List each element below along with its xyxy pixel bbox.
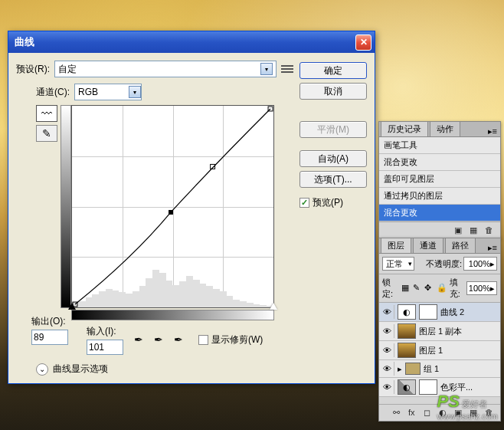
output-label: 输出(O): xyxy=(31,315,68,328)
preset-menu-icon[interactable] xyxy=(281,64,293,74)
trash-icon[interactable]: 🗑 xyxy=(485,408,496,419)
layer-row[interactable]: 👁 ▸ 组 1 xyxy=(379,360,500,378)
layer-name: 曲线 2 xyxy=(440,307,464,318)
layer-row[interactable]: 👁 ◐ 色彩平... xyxy=(379,378,500,397)
options-button[interactable]: 选项(T)... xyxy=(299,171,367,188)
lock-position-icon[interactable]: ✥ xyxy=(424,283,434,294)
layer-row[interactable]: 👁 图层 1 副本 xyxy=(379,322,500,341)
smooth-button[interactable]: 平滑(M) xyxy=(299,121,367,138)
curve-draw-tool[interactable]: ✎ xyxy=(36,125,57,142)
history-item[interactable]: 盖印可见图层 xyxy=(379,171,500,188)
curves-graph[interactable] xyxy=(71,105,274,308)
input-gradient[interactable] xyxy=(71,310,274,320)
layer-row[interactable]: 👁 ◐ 曲线 2 xyxy=(379,303,500,322)
lock-pixels-icon[interactable]: ✎ xyxy=(413,283,422,294)
dialog-title: 曲线 xyxy=(11,35,355,49)
curves-dialog: 曲线 ✕ 预设(R): 自定 ▾ 通道(C): RGB ▾ xyxy=(8,31,375,384)
output-input[interactable] xyxy=(31,330,68,345)
layer-mask-thumb[interactable] xyxy=(419,304,437,320)
history-item[interactable]: 混合更改 xyxy=(379,154,500,171)
ok-button[interactable]: 确定 xyxy=(299,62,367,79)
new-snapshot-icon[interactable]: ▣ xyxy=(454,225,465,236)
black-eyedropper-icon[interactable]: ✒ xyxy=(134,333,148,347)
chevron-down-icon: ▾ xyxy=(129,86,141,98)
fill-label: 填充: xyxy=(450,277,465,300)
history-item[interactable]: 画笔工具 xyxy=(379,137,500,154)
input-input[interactable] xyxy=(87,340,123,355)
cancel-button[interactable]: 取消 xyxy=(299,83,367,100)
history-list: 画笔工具 混合更改 盖印可见图层 通过拷贝的图层 混合更改 xyxy=(379,137,500,222)
curve-point-tool[interactable]: 〰 xyxy=(36,105,57,122)
lock-label: 锁定: xyxy=(382,277,399,300)
visibility-icon[interactable]: 👁 xyxy=(381,380,394,394)
layer-name: 图层 1 副本 xyxy=(419,326,462,337)
close-button[interactable]: ✕ xyxy=(355,34,371,51)
panel-menu-icon[interactable]: ▸≡ xyxy=(485,243,500,253)
fx-icon[interactable]: fx xyxy=(408,408,419,419)
fill-input[interactable]: 100% ▸ xyxy=(466,281,497,295)
black-point-slider[interactable] xyxy=(68,303,76,310)
layer-row[interactable]: 👁 图层 1 xyxy=(379,341,500,360)
layer-name: 图层 1 xyxy=(419,345,443,356)
chevron-expand-icon: ⌄ xyxy=(36,363,48,376)
tab-actions[interactable]: 动作 xyxy=(430,121,460,136)
tab-layers[interactable]: 图层 xyxy=(381,238,411,253)
white-eyedropper-icon[interactable]: ✒ xyxy=(174,333,188,347)
group-toggle-icon[interactable]: ▸ xyxy=(398,364,402,374)
titlebar[interactable]: 曲线 ✕ xyxy=(8,31,375,53)
tab-channels[interactable]: 通道 xyxy=(413,238,443,253)
preset-label: 预设(R): xyxy=(16,63,50,76)
adjustment-icon[interactable]: ◐ xyxy=(439,408,450,419)
output-gradient xyxy=(61,105,71,308)
history-item[interactable]: 混合更改 xyxy=(379,205,500,222)
folder-icon xyxy=(405,363,421,375)
preset-select[interactable]: 自定 ▾ xyxy=(54,61,277,77)
layer-name: 组 1 xyxy=(424,363,439,375)
opacity-label: 不透明度: xyxy=(426,258,462,270)
svg-rect-0 xyxy=(169,210,173,215)
layer-mask-thumb[interactable] xyxy=(419,379,437,395)
group-icon[interactable]: ▣ xyxy=(454,408,465,419)
tab-history[interactable]: 历史记录 xyxy=(381,121,428,136)
history-item[interactable]: 通过拷贝的图层 xyxy=(379,188,500,205)
visibility-icon[interactable]: 👁 xyxy=(381,362,394,376)
curve-line xyxy=(72,106,273,307)
adjustment-thumb: ◐ xyxy=(398,304,416,320)
visibility-icon[interactable]: 👁 xyxy=(381,343,394,357)
adjustment-thumb: ◐ xyxy=(398,379,416,395)
opacity-input[interactable]: 100% ▸ xyxy=(463,257,497,271)
show-clipping-checkbox[interactable]: 显示修剪(W) xyxy=(198,333,263,346)
layer-name: 色彩平... xyxy=(440,382,473,393)
layer-thumb xyxy=(398,323,416,339)
layers-panel: 图层 通道 路径 ▸≡ 正常 不透明度: 100% ▸ 锁定: ▦ ✎ ✥ 🔒 … xyxy=(378,238,501,422)
channel-select[interactable]: RGB ▾ xyxy=(74,84,142,100)
mask-icon[interactable]: ◻ xyxy=(424,408,434,419)
input-label: 输入(I): xyxy=(87,325,123,338)
blend-mode-select[interactable]: 正常 xyxy=(382,257,414,271)
new-layer-icon[interactable]: ▦ xyxy=(470,408,480,419)
channel-label: 通道(C): xyxy=(36,86,70,99)
new-state-icon[interactable]: ▦ xyxy=(470,225,480,236)
visibility-icon[interactable]: 👁 xyxy=(381,324,394,338)
lock-transparency-icon[interactable]: ▦ xyxy=(401,283,411,294)
link-layers-icon[interactable]: ⚯ xyxy=(393,408,404,419)
chevron-down-icon: ▾ xyxy=(260,63,273,75)
white-point-slider[interactable] xyxy=(270,303,277,310)
visibility-icon[interactable]: 👁 xyxy=(381,305,394,319)
layer-thumb xyxy=(398,343,416,358)
history-panel: 历史记录 动作 ▸≡ 画笔工具 混合更改 盖印可见图层 通过拷贝的图层 混合更改… xyxy=(378,121,501,239)
curve-display-options-toggle[interactable]: ⌄ 曲线显示选项 xyxy=(16,363,293,376)
preview-checkbox[interactable]: 预览(P) xyxy=(299,196,367,209)
tab-paths[interactable]: 路径 xyxy=(445,238,476,253)
gray-eyedropper-icon[interactable]: ✒ xyxy=(154,333,168,347)
auto-button[interactable]: 自动(A) xyxy=(299,150,367,167)
trash-icon[interactable]: 🗑 xyxy=(485,225,496,236)
panel-menu-icon[interactable]: ▸≡ xyxy=(485,126,500,136)
lock-all-icon[interactable]: 🔒 xyxy=(437,283,447,294)
